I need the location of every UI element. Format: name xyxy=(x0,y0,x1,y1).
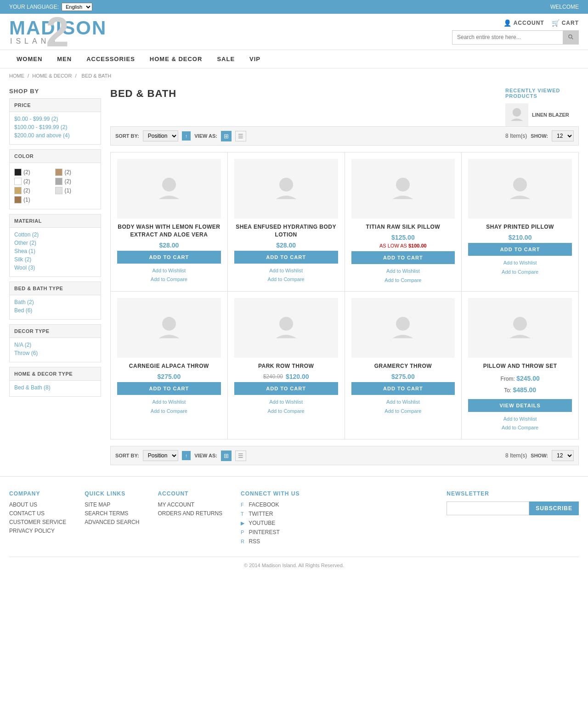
search-input[interactable] xyxy=(452,31,563,44)
swatch-white[interactable]: (2) xyxy=(14,178,53,185)
home-decor-bed-bath[interactable]: Bed & Bath (8) xyxy=(14,384,96,391)
recently-viewed-title: RECENTLY VIEWED PRODUCTS xyxy=(505,88,579,99)
product-as-low-3: AS LOW AS $100.00 xyxy=(379,243,427,248)
add-to-cart-button-7[interactable]: ADD TO CART xyxy=(351,382,455,395)
breadcrumb-home[interactable]: HOME xyxy=(9,73,24,79)
shop-by-title: SHOP BY xyxy=(9,88,101,95)
add-to-cart-button-2[interactable]: ADD TO CART xyxy=(234,251,338,264)
material-wool[interactable]: Wool (3) xyxy=(14,265,96,271)
nav-link-accessories[interactable]: ACCESSORIES xyxy=(79,50,142,68)
breadcrumb-sep2: / xyxy=(75,73,78,79)
swatch-gray[interactable]: (2) xyxy=(55,178,94,185)
footer-advanced-search[interactable]: ADVANCED SEARCH xyxy=(85,519,139,525)
footer-orders-returns[interactable]: ORDERS AND RETURNS xyxy=(158,510,222,517)
search-button[interactable] xyxy=(563,31,578,44)
material-shea[interactable]: Shea (1) xyxy=(14,248,96,254)
sort-direction-button[interactable]: ↑ xyxy=(182,131,191,141)
compare-link-7[interactable]: Add to Compare xyxy=(384,407,421,416)
account-link[interactable]: ACCOUNT xyxy=(503,19,544,27)
price-filter-200-above[interactable]: $200.00 and above (4) xyxy=(14,132,96,139)
product-price-2: $28.00 xyxy=(276,242,296,249)
breadcrumb-home-decor[interactable]: HOME & DECOR xyxy=(32,73,72,79)
swatch-lightgray[interactable]: (1) xyxy=(55,187,94,194)
material-other[interactable]: Other (2) xyxy=(14,240,96,246)
compare-link-1[interactable]: Add to Compare xyxy=(151,275,187,284)
footer-customer-service[interactable]: CUSTOMER SERVICE xyxy=(9,519,66,525)
product-price-4: $210.00 xyxy=(509,234,532,241)
swatch-khaki[interactable]: (2) xyxy=(14,187,53,194)
material-silk[interactable]: Silk (2) xyxy=(14,256,96,263)
compare-link-5[interactable]: Add to Compare xyxy=(151,407,187,416)
nav-link-sale[interactable]: SALE xyxy=(209,50,242,68)
wishlist-link-5[interactable]: Add to Wishlist xyxy=(151,398,187,407)
filter-price: PRICE $0.00 - $99.99 (2) $100.00 - $199.… xyxy=(9,98,101,145)
wishlist-link-8[interactable]: Add to Wishlist xyxy=(502,415,538,424)
wishlist-link-4[interactable]: Add to Wishlist xyxy=(502,259,538,268)
footer-search-terms[interactable]: SEARCH TERMS xyxy=(85,510,139,517)
type-bath[interactable]: Bath (2) xyxy=(14,299,96,305)
add-to-cart-button-1[interactable]: ADD TO CART xyxy=(117,251,221,264)
nav-link-women[interactable]: WOMEN xyxy=(9,50,50,68)
add-to-cart-button-6[interactable]: ADD TO CART xyxy=(234,382,338,395)
wishlist-link-3[interactable]: Add to Wishlist xyxy=(384,267,421,276)
product-links-8: Add to Wishlist Add to Compare xyxy=(502,415,538,433)
wishlist-link-7[interactable]: Add to Wishlist xyxy=(384,398,421,407)
footer-facebook[interactable]: f FACEBOOK xyxy=(241,501,300,508)
footer-quick-links: QUICK LINKS SITE MAP SEARCH TERMS ADVANC… xyxy=(85,490,139,547)
filter-material: MATERIAL Cotton (2) Other (2) Shea (1) S… xyxy=(9,214,101,277)
nav-link-home-decor[interactable]: HOME & DECOR xyxy=(142,50,210,68)
footer-contact-us[interactable]: CONTACT US xyxy=(9,510,66,517)
show-select-bottom[interactable]: 12 xyxy=(552,450,574,461)
sort-select[interactable]: Position xyxy=(143,130,178,141)
type-bed[interactable]: Bed (6) xyxy=(14,307,96,314)
wishlist-link-6[interactable]: Add to Wishlist xyxy=(268,398,305,407)
compare-link-8[interactable]: Add to Compare xyxy=(502,423,538,433)
footer-my-account[interactable]: MY ACCOUNT xyxy=(158,501,222,508)
product-item-4: SHAY PRINTED PILLOW $210.00 ADD TO CART … xyxy=(462,152,578,291)
compare-link-2[interactable]: Add to Compare xyxy=(268,275,305,284)
footer-about-us[interactable]: ABOUT US xyxy=(9,501,66,508)
product-image-3 xyxy=(351,159,455,219)
page-title: BED & BATH xyxy=(110,88,176,100)
price-filter-100-199[interactable]: $100.00 - $199.99 (2) xyxy=(14,124,96,130)
nav-link-vip[interactable]: VIP xyxy=(242,50,268,68)
wishlist-link-1[interactable]: Add to Wishlist xyxy=(151,266,187,276)
cart-link[interactable]: CART xyxy=(552,19,579,27)
filter-price-body: $0.00 - $99.99 (2) $100.00 - $199.99 (2)… xyxy=(10,112,101,144)
grid-view-button-bottom[interactable]: ⊞ xyxy=(221,451,232,461)
grid-view-button[interactable]: ⊞ xyxy=(221,131,232,141)
add-to-cart-button-5[interactable]: ADD TO CART xyxy=(117,382,221,395)
sort-direction-button-bottom[interactable]: ↑ xyxy=(182,451,191,460)
footer-youtube[interactable]: ▶ YOUTUBE xyxy=(241,520,300,527)
list-view-button[interactable]: ☰ xyxy=(235,131,246,141)
sort-select-bottom[interactable]: Position xyxy=(143,450,178,461)
compare-link-6[interactable]: Add to Compare xyxy=(268,407,305,416)
footer-site-map[interactable]: SITE MAP xyxy=(85,501,139,508)
product-item-5: CARNEGIE ALPACA THROW $275.00 ADD TO CAR… xyxy=(111,292,227,439)
decor-throw[interactable]: Throw (6) xyxy=(14,350,96,356)
swatch-brown[interactable]: (1) xyxy=(14,196,53,203)
swatch-tan[interactable]: (2) xyxy=(55,169,94,176)
swatch-black[interactable]: (2) xyxy=(14,169,53,176)
wishlist-link-2[interactable]: Add to Wishlist xyxy=(268,266,305,276)
product-grid: BODY WASH WITH LEMON FLOWER EXTRACT AND … xyxy=(110,152,579,439)
material-cotton[interactable]: Cotton (2) xyxy=(14,231,96,238)
newsletter-email-input[interactable] xyxy=(447,501,529,515)
decor-na[interactable]: N/A (2) xyxy=(14,342,96,348)
footer-pinterest[interactable]: p PINTEREST xyxy=(241,529,300,536)
compare-link-3[interactable]: Add to Compare xyxy=(384,276,421,285)
product-price-6: $120.00 xyxy=(286,373,309,380)
top-bar: YOUR LANGUAGE: English WELCOME xyxy=(0,0,588,14)
compare-link-4[interactable]: Add to Compare xyxy=(502,268,538,277)
add-to-cart-button-4[interactable]: ADD TO CART xyxy=(468,243,572,256)
newsletter-subscribe-button[interactable]: SUBSCRIBE xyxy=(529,501,579,515)
view-details-button-8[interactable]: VIEW DETAILS xyxy=(468,399,572,412)
footer-privacy-policy[interactable]: PRIVACY POLICY xyxy=(9,528,66,534)
footer-twitter[interactable]: t TWITTER xyxy=(241,511,300,518)
product-price-range-8: From: $245.00 To: $485.00 xyxy=(500,373,539,396)
add-to-cart-button-3[interactable]: ADD TO CART xyxy=(351,251,455,264)
show-select[interactable]: 12 xyxy=(552,130,574,141)
price-filter-0-99[interactable]: $0.00 - $99.99 (2) xyxy=(14,116,96,122)
footer-rss[interactable]: r RSS xyxy=(241,538,300,545)
list-view-button-bottom[interactable]: ☰ xyxy=(235,451,246,461)
